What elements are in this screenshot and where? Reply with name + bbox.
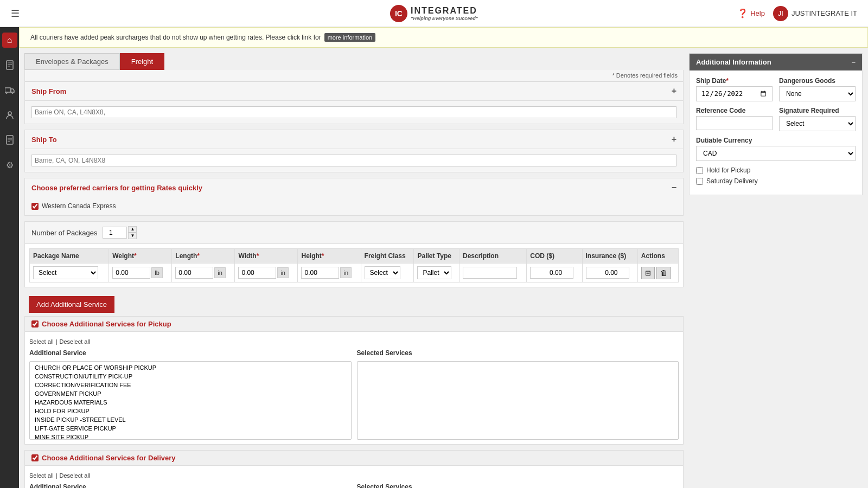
pickup-selected-label: Selected Services xyxy=(357,349,679,357)
package-section: Number of Packages ▲ ▼ xyxy=(24,221,684,287)
ship-to-expand-icon[interactable]: + xyxy=(672,134,676,144)
sidebar-item-truck[interactable] xyxy=(2,82,17,98)
freight-class-select[interactable]: Select 50 55 60 65 70 xyxy=(365,266,400,279)
sidebar-item-document[interactable] xyxy=(2,57,17,73)
delete-row-btn[interactable]: 🗑 xyxy=(656,267,671,279)
height-input[interactable] xyxy=(301,267,339,279)
logo: IC INTEGRATED "Helping Everyone Succeed" xyxy=(390,5,478,22)
svg-point-7 xyxy=(8,112,11,115)
pickup-services-title: Choose Additional Services for Pickup xyxy=(42,320,171,328)
help-button[interactable]: ❓ Help xyxy=(737,8,765,18)
tab-freight[interactable]: Freight xyxy=(120,53,164,70)
user-avatar: JI xyxy=(773,6,788,21)
carriers-header[interactable]: Choose preferred carriers for getting Ra… xyxy=(25,178,683,197)
ship-date-row: Ship Date* Dangerous Goods None Yes xyxy=(696,77,856,101)
info-panel-header: Additional Information − xyxy=(690,54,862,70)
signature-required-group: Signature Required Select Yes No xyxy=(779,107,856,131)
signature-required-select[interactable]: Select Yes No xyxy=(779,116,856,131)
user-menu[interactable]: JI JUSTINTEGRATE IT xyxy=(773,6,857,21)
logo-tagline: "Helping Everyone Succeed" xyxy=(411,16,478,21)
carriers-body: Western Canada Express xyxy=(25,197,683,215)
cod-input[interactable] xyxy=(530,267,573,279)
packages-increment-btn[interactable]: ▲ xyxy=(128,226,137,233)
col-description: Description xyxy=(459,249,527,264)
delivery-deselect-all-label: Deselect all xyxy=(60,472,91,479)
pickup-deselect-all-label: Deselect all xyxy=(60,338,91,345)
sidebar-item-reports[interactable] xyxy=(2,132,17,147)
ship-to-section: Ship To + xyxy=(24,130,684,172)
pickup-selected-spacer xyxy=(357,336,679,347)
carrier-checkbox-western[interactable] xyxy=(31,203,39,210)
cell-weight: lb xyxy=(109,264,172,282)
saturday-delivery-checkbox[interactable] xyxy=(696,178,703,185)
ship-date-group: Ship Date* xyxy=(696,77,773,101)
delivery-services-header: Choose Additional Services for Delivery xyxy=(25,451,683,466)
weight-input[interactable] xyxy=(112,267,150,279)
dutiable-currency-select[interactable]: CAD USD xyxy=(696,146,856,161)
svg-point-5 xyxy=(5,92,7,94)
table-header-row: Package Name Weight* Length* Width* Heig… xyxy=(30,249,679,264)
delivery-services-checkbox[interactable] xyxy=(31,454,39,461)
ship-date-input[interactable] xyxy=(696,86,773,101)
delivery-services-title: Choose Additional Services for Delivery xyxy=(42,454,176,462)
width-input[interactable] xyxy=(238,267,276,279)
copy-row-btn[interactable]: ⊞ xyxy=(641,267,655,279)
help-label: Help xyxy=(750,9,765,17)
package-table-wrap: Package Name Weight* Length* Width* Heig… xyxy=(25,244,683,287)
pickup-selected-list[interactable] xyxy=(357,361,679,440)
delivery-select-all-label: Select all xyxy=(29,472,54,479)
logo-icon: IC xyxy=(390,5,407,22)
pickup-selected-col: Selected Services xyxy=(357,336,679,440)
cell-description xyxy=(459,264,527,282)
cell-width: in xyxy=(235,264,298,282)
hold-for-pickup-checkbox[interactable] xyxy=(696,167,703,174)
ship-from-expand-icon[interactable]: + xyxy=(672,86,676,96)
tab-envelopes-packages[interactable]: Envelopes & Packages xyxy=(24,53,120,70)
notice-bar: All couriers have added peak surcharges … xyxy=(19,27,868,48)
add-additional-service-btn[interactable]: Add Additional Service xyxy=(29,296,114,313)
user-label: JUSTINTEGRATE IT xyxy=(792,9,857,17)
insurance-input[interactable] xyxy=(586,267,629,279)
package-name-select[interactable]: Select xyxy=(33,266,98,279)
delivery-additional-col: Select all | Deselect all Additional Ser… xyxy=(29,470,352,488)
header: ☰ IC INTEGRATED "Helping Everyone Succee… xyxy=(0,0,868,27)
notice-link[interactable]: more information xyxy=(324,33,376,42)
col-pallet-type: Pallet Type xyxy=(414,249,459,264)
delivery-selected-label: Selected Services xyxy=(357,483,679,488)
col-freight-class: Freight Class xyxy=(361,249,414,264)
svg-rect-4 xyxy=(5,88,11,92)
col-insurance: Insurance ($) xyxy=(582,249,637,264)
length-input[interactable] xyxy=(175,267,213,279)
ship-from-header[interactable]: Ship From + xyxy=(25,82,683,101)
pickup-services-checkbox[interactable] xyxy=(31,320,39,328)
ship-from-input[interactable] xyxy=(31,106,676,118)
ship-to-input[interactable] xyxy=(31,155,676,166)
packages-decrement-btn[interactable]: ▼ xyxy=(128,233,137,239)
ship-to-header[interactable]: Ship To + xyxy=(25,130,683,149)
hold-for-pickup-label: Hold for Pickup xyxy=(706,166,750,174)
carriers-collapse-icon[interactable]: − xyxy=(672,183,676,192)
col-length: Length* xyxy=(172,249,235,264)
saturday-delivery-row: Saturday Delivery xyxy=(696,177,856,185)
delivery-services-section: Choose Additional Services for Delivery … xyxy=(24,450,684,488)
reference-code-label: Reference Code xyxy=(696,107,773,114)
pickup-additional-col: Select all | Deselect all Additional Ser… xyxy=(29,336,352,440)
sidebar-item-settings[interactable]: ⚙ xyxy=(2,157,17,172)
hamburger-icon[interactable]: ☰ xyxy=(11,8,20,20)
signature-required-label: Signature Required xyxy=(779,107,856,114)
length-unit: in xyxy=(214,267,226,278)
description-input[interactable] xyxy=(463,267,517,279)
sidebar-item-contacts[interactable] xyxy=(2,107,17,123)
packages-count-input[interactable] xyxy=(103,227,127,239)
pickup-services-body: Select all | Deselect all Additional Ser… xyxy=(25,332,683,444)
delivery-select-all-row: Select all | Deselect all xyxy=(29,470,352,481)
sidebar: ⌂ xyxy=(0,27,19,488)
dangerous-goods-label: Dangerous Goods xyxy=(779,77,856,85)
dangerous-goods-select[interactable]: None Yes xyxy=(779,86,856,101)
info-panel-collapse-icon[interactable]: − xyxy=(851,58,856,66)
delivery-services-body: Select all | Deselect all Additional Ser… xyxy=(25,466,683,488)
reference-code-input[interactable] xyxy=(696,116,773,130)
pallet-type-select[interactable]: Pallet Box xyxy=(417,266,451,279)
sidebar-item-home[interactable]: ⌂ xyxy=(2,33,17,48)
pickup-additional-list[interactable]: CHURCH OR PLACE OF WORSHIP PICKUP CONSTR… xyxy=(29,361,352,440)
